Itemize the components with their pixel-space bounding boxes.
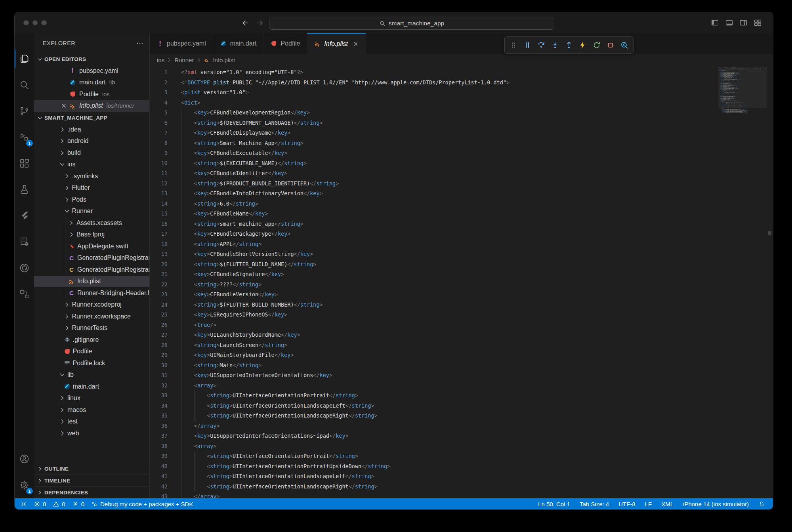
code-line[interactable]: 14 <string>6.0</string>	[150, 199, 773, 209]
line-number[interactable]: 26	[150, 320, 168, 330]
activity-bar-item-github[interactable]	[15, 255, 34, 280]
code-line[interactable]: 31 <key>UISupportedInterfaceOrientations…	[150, 370, 773, 381]
code-line[interactable]: 43 </array>	[150, 492, 773, 498]
line-number[interactable]: 6	[150, 118, 168, 128]
status-flutter-device[interactable]: iPhone 14 (ios simulator)	[683, 501, 749, 507]
tree-item-macos[interactable]: macos	[34, 404, 149, 416]
zoom-window-button[interactable]	[41, 20, 47, 26]
code-line[interactable]: 30 <string>Main</string>	[150, 360, 773, 371]
line-number[interactable]: 21	[150, 269, 168, 280]
breadcrumb-item[interactable]: Runner	[174, 57, 194, 63]
command-center[interactable]: smart_machine_app	[269, 17, 554, 30]
activity-bar-item-settings[interactable]: 1	[15, 472, 34, 498]
line-number[interactable]: 39	[150, 451, 168, 461]
line-number[interactable]: 12	[150, 179, 168, 189]
minimize-window-button[interactable]	[32, 20, 38, 26]
status-notifications[interactable]	[758, 501, 765, 507]
line-number[interactable]: 40	[150, 461, 168, 472]
toggle-secondary-sidebar-icon[interactable]	[739, 19, 748, 27]
status-indentation[interactable]: Tab Size: 4	[580, 501, 609, 507]
code-line[interactable]: 41 <string>UIInterfaceOrientationLandsca…	[150, 471, 773, 482]
tree-item-Runner[interactable]: Runner	[34, 206, 149, 217]
minimap[interactable]: <?xml version="1.0" encoding="UTF-8"?><!…	[718, 67, 767, 114]
debug-step-out-button[interactable]	[564, 40, 574, 50]
code-line[interactable]: 20 <string>$(FLUTTER_BUILD_NAME)</string…	[150, 259, 773, 270]
line-number[interactable]: 7	[150, 128, 168, 138]
line-number[interactable]: 13	[150, 189, 168, 199]
code-line[interactable]: 6 <string>$(DEVELOPMENT_LANGUAGE)</strin…	[150, 118, 773, 128]
tree-item-AppDelegate.swift[interactable]: AppDelegate.swift	[34, 240, 149, 252]
sidebar-section-dependencies[interactable]: DEPENDENCIES	[34, 486, 149, 498]
more-actions-icon[interactable]	[136, 39, 144, 47]
line-number[interactable]: 27	[150, 330, 168, 340]
code-line[interactable]: 11 <key>CFBundleIdentifier</key>	[150, 168, 773, 179]
breadcrumb-item[interactable]: ios	[157, 57, 164, 63]
code-line[interactable]: 10 <string>$(EXECUTABLE_NAME)</string>	[150, 158, 773, 169]
line-number[interactable]: 15	[150, 209, 168, 219]
code-line[interactable]: 23 <key>CFBundleVersion</key>	[150, 290, 773, 300]
line-number[interactable]: 1	[150, 67, 168, 78]
tree-item-Base.lproj[interactable]: Base.lproj	[34, 229, 149, 241]
code-line[interactable]: 18 <string>APPL</string>	[150, 239, 773, 250]
tree-item-android[interactable]: android	[34, 135, 149, 147]
open-editor-Info.plist[interactable]: Info.plistios/Runner	[34, 100, 149, 112]
code-line[interactable]: 9 <key>CFBundleExecutable</key>	[150, 148, 773, 158]
tree-item-.idea[interactable]: .idea	[34, 124, 149, 135]
code-line[interactable]: 29 <key>UIMainStoryboardFile</key>	[150, 350, 773, 360]
line-number[interactable]: 30	[150, 360, 168, 371]
status-remote[interactable]	[20, 501, 27, 507]
status-warnings[interactable]: 0	[53, 501, 65, 507]
line-number[interactable]: 18	[150, 239, 168, 250]
code-line[interactable]: 4<dict>	[150, 98, 773, 108]
line-number[interactable]: 10	[150, 158, 168, 169]
breadcrumb-item[interactable]: Info.plist	[213, 57, 235, 63]
code-line[interactable]: 15 <key>CFBundleName</key>	[150, 209, 773, 219]
close-icon[interactable]	[60, 102, 67, 109]
debug-stop-button[interactable]	[605, 40, 616, 50]
open-editor-Podfile[interactable]: Podfileios	[34, 88, 149, 100]
activity-bar-item-references[interactable]	[15, 281, 34, 307]
debug-hot-reload-button[interactable]	[578, 40, 588, 50]
tab-Info.plist[interactable]: Info.plist	[307, 33, 366, 54]
sidebar-section-outline[interactable]: OUTLINE	[34, 463, 149, 475]
code-line[interactable]: 8 <string>Smart Machine App</string>	[150, 138, 773, 149]
line-number[interactable]: 5	[150, 108, 168, 118]
debug-drag-handle-button[interactable]	[508, 40, 519, 50]
tree-item-Info.plist[interactable]: Info.plist	[34, 276, 149, 288]
tree-item-Podfile.lock[interactable]: Podfile.lock	[34, 357, 149, 369]
status-debug-config[interactable]: Debug my code + packages + SDK	[91, 501, 193, 507]
code-line[interactable]: 26 <true/>	[150, 320, 773, 330]
code-line[interactable]: 21 <key>CFBundleSignature</key>	[150, 269, 773, 280]
activity-bar-item-accounts[interactable]	[15, 446, 34, 471]
tree-item-Podfile[interactable]: Podfile	[34, 346, 149, 358]
code-line[interactable]: 5 <key>CFBundleDevelopmentRegion</key>	[150, 108, 773, 118]
line-number[interactable]: 16	[150, 219, 168, 229]
customize-layout-icon[interactable]	[754, 19, 762, 27]
line-number[interactable]: 33	[150, 391, 168, 401]
code-line[interactable]: 35 <string>UIInterfaceOrientationLandsca…	[150, 411, 773, 421]
line-number[interactable]: 32	[150, 381, 168, 391]
code-line[interactable]: 2<!DOCTYPE plist PUBLIC "-//Apple//DTD P…	[150, 78, 773, 88]
debug-step-over-button[interactable]	[536, 40, 546, 50]
line-number[interactable]: 17	[150, 229, 168, 239]
open-editor-pubspec.yaml[interactable]: !pubspec.yaml	[34, 65, 149, 77]
activity-bar-item-search[interactable]	[15, 72, 34, 97]
line-number[interactable]: 41	[150, 471, 168, 482]
tree-item-test[interactable]: test	[34, 416, 149, 428]
code-line[interactable]: 27 <key>UILaunchStoryboardName</key>	[150, 330, 773, 340]
line-number[interactable]: 43	[150, 492, 168, 498]
activity-bar-item-source-control[interactable]	[15, 98, 34, 124]
code-line[interactable]: 24 <string>$(FLUTTER_BUILD_NUMBER)</stri…	[150, 300, 773, 310]
tree-item-linux[interactable]: linux	[34, 393, 149, 404]
code-line[interactable]: 42 <string>UIInterfaceOrientationLandsca…	[150, 482, 773, 492]
line-number[interactable]: 22	[150, 280, 168, 290]
code-line[interactable]: 38 <array>	[150, 441, 773, 452]
toggle-sidebar-icon[interactable]	[711, 19, 719, 27]
line-number[interactable]: 31	[150, 370, 168, 381]
line-number[interactable]: 38	[150, 441, 168, 452]
tree-item-GeneratedPluginRegistrant.h[interactable]: CGeneratedPluginRegistrant.h	[34, 252, 149, 264]
line-number[interactable]: 14	[150, 199, 168, 209]
activity-bar-item-testing[interactable]	[15, 177, 34, 202]
open-editor-main.dart[interactable]: main.dartlib	[34, 77, 149, 89]
line-number[interactable]: 4	[150, 98, 168, 108]
